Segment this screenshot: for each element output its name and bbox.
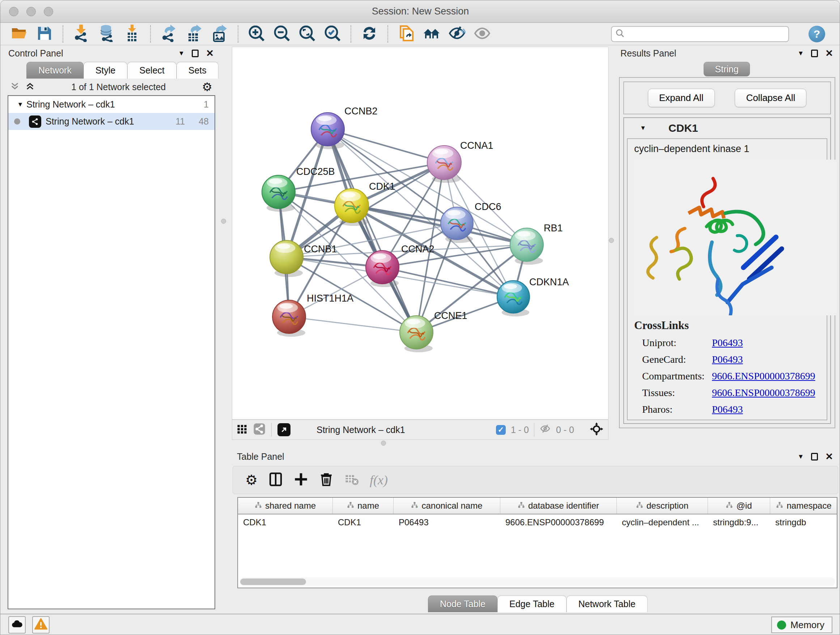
crosslink-link[interactable]: 9606.ENSP00000378699 xyxy=(712,387,815,399)
minimize-window-button[interactable] xyxy=(27,7,36,16)
network-node-ccne1[interactable] xyxy=(400,316,433,352)
fit-selected-crosshair-icon[interactable] xyxy=(589,422,604,438)
panel-menu-icon[interactable]: ▼ xyxy=(797,50,804,57)
detach-view-button[interactable] xyxy=(278,423,291,436)
tab-select[interactable]: Select xyxy=(127,62,176,79)
table-settings-gear-icon[interactable]: ⚙ xyxy=(245,473,257,487)
column-header[interactable]: @id xyxy=(708,498,770,514)
selected-checkbox-icon[interactable]: ✓ xyxy=(496,425,506,435)
panel-float-icon[interactable] xyxy=(811,50,818,57)
tab-string[interactable]: String xyxy=(704,62,750,76)
warning-status-button[interactable] xyxy=(32,616,50,633)
network-node-hist1h1a[interactable] xyxy=(272,300,306,337)
hide-glass-button[interactable] xyxy=(447,24,467,44)
add-column-icon[interactable] xyxy=(294,472,308,488)
delete-column-icon[interactable] xyxy=(319,472,333,488)
search-input[interactable] xyxy=(628,29,780,39)
tab-sets[interactable]: Sets xyxy=(177,62,218,79)
cell-namespace[interactable]: stringdb xyxy=(770,515,837,530)
export-image-button[interactable] xyxy=(210,24,230,44)
column-header[interactable]: database identifier xyxy=(500,498,617,514)
tab-network-table[interactable]: Network Table xyxy=(567,595,647,612)
collapse-all-button[interactable]: Collapse All xyxy=(735,89,806,107)
network-row[interactable]: String Network – cdk1 11 48 xyxy=(8,113,215,130)
network-node-ccnb1[interactable] xyxy=(270,241,303,277)
network-canvas[interactable]: CCNB2CCNA1CDC25BCDK1CDC6RB1CCNB1CCNA2CDK… xyxy=(232,47,608,420)
birdseye-grid-icon[interactable] xyxy=(237,424,248,436)
network-collection-row[interactable]: ▼ String Network – cdk1 1 xyxy=(8,96,215,113)
network-node-cdc6[interactable] xyxy=(441,207,473,243)
crosslink-link[interactable]: P06493 xyxy=(712,404,743,415)
network-node-ccna1[interactable] xyxy=(427,146,461,183)
zoom-selected-button[interactable] xyxy=(322,24,343,44)
panel-menu-icon[interactable]: ▼ xyxy=(797,453,804,461)
close-window-button[interactable] xyxy=(9,7,19,16)
network-node-cdc25b[interactable] xyxy=(262,175,295,212)
gear-icon[interactable]: ⚙ xyxy=(202,81,212,93)
panel-close-icon[interactable]: ✕ xyxy=(825,452,833,461)
import-network-file-button[interactable] xyxy=(71,24,92,44)
tab-style[interactable]: Style xyxy=(84,62,128,79)
splitter-grip[interactable] xyxy=(609,238,614,243)
gene-entry-header[interactable]: ▼ CDK1 xyxy=(624,118,830,138)
panel-menu-icon[interactable]: ▼ xyxy=(178,50,185,57)
cell-description[interactable]: cyclin–dependent ... xyxy=(617,515,708,530)
apply-layout-button[interactable] xyxy=(359,24,379,44)
import-table-button[interactable] xyxy=(122,24,142,44)
table-row[interactable]: CDK1 CDK1 P06493 9606.ENSP00000378699 cy… xyxy=(238,515,837,530)
horizontal-scrollbar[interactable] xyxy=(240,578,835,586)
cell-canonical-name[interactable]: P06493 xyxy=(393,515,500,530)
tab-edge-table[interactable]: Edge Table xyxy=(497,595,567,612)
cell-shared-name[interactable]: CDK1 xyxy=(238,515,333,530)
panel-float-icon[interactable] xyxy=(192,50,199,57)
tab-node-table[interactable]: Node Table xyxy=(428,595,497,612)
collapse-triangle-icon[interactable]: ▼ xyxy=(17,101,24,108)
zoom-in-button[interactable] xyxy=(246,24,267,44)
toolbar-search[interactable] xyxy=(611,26,789,42)
expand-all-button[interactable]: Expand All xyxy=(648,89,715,107)
export-network-button[interactable] xyxy=(159,24,179,44)
crosslink-link[interactable]: 9606.ENSP00000378699 xyxy=(712,371,815,382)
cell-id[interactable]: stringdb:9... xyxy=(708,515,770,530)
column-header[interactable]: namespace xyxy=(770,498,837,514)
import-network-database-button[interactable] xyxy=(96,24,117,44)
crosslink-link[interactable]: P06493 xyxy=(712,354,743,365)
cell-name[interactable]: CDK1 xyxy=(333,515,393,530)
tab-network[interactable]: Network xyxy=(27,62,84,79)
cloud-status-button[interactable] xyxy=(8,616,26,633)
export-table-button[interactable] xyxy=(184,24,204,44)
network-node-cdk1[interactable] xyxy=(335,188,369,226)
network-node-rb1[interactable] xyxy=(510,228,543,264)
splitter-grip[interactable] xyxy=(221,219,226,224)
network-node-ccna2[interactable] xyxy=(366,250,399,287)
memory-button[interactable]: Memory xyxy=(771,616,832,633)
open-recent-session-button[interactable] xyxy=(396,24,416,44)
memory-label: Memory xyxy=(790,619,824,631)
help-button[interactable]: ? xyxy=(808,26,825,42)
column-header[interactable]: shared name xyxy=(238,498,333,514)
save-session-button[interactable] xyxy=(34,24,55,44)
panel-close-icon[interactable]: ✕ xyxy=(825,49,833,58)
splitter-grip[interactable] xyxy=(381,440,386,446)
expand-all-icon[interactable] xyxy=(25,81,35,93)
network-share-icon[interactable] xyxy=(253,423,265,437)
panel-close-icon[interactable]: ✕ xyxy=(206,49,214,58)
open-session-button[interactable] xyxy=(9,24,29,44)
show-columns-icon[interactable] xyxy=(268,472,283,488)
collapse-all-icon[interactable] xyxy=(10,81,20,93)
network-graph[interactable]: CCNB2CCNA1CDC25BCDK1CDC6RB1CCNB1CCNA2CDK… xyxy=(232,47,608,419)
show-glass-button[interactable] xyxy=(472,24,493,44)
scrollbar-thumb[interactable] xyxy=(240,578,306,585)
home-button[interactable] xyxy=(422,24,442,44)
column-header[interactable]: canonical name xyxy=(393,498,500,514)
network-node-cdkn1a[interactable] xyxy=(497,280,530,317)
panel-float-icon[interactable] xyxy=(811,453,818,461)
zoom-out-button[interactable] xyxy=(272,24,292,44)
column-header[interactable]: description xyxy=(617,498,708,514)
crosslink-link[interactable]: P06493 xyxy=(712,337,743,348)
cell-database-identifier[interactable]: 9606.ENSP00000378699 xyxy=(500,515,617,530)
column-header[interactable]: name xyxy=(333,498,393,514)
maximize-window-button[interactable] xyxy=(44,7,53,16)
collapse-triangle-icon[interactable]: ▼ xyxy=(640,125,646,132)
zoom-fit-button[interactable] xyxy=(297,24,317,44)
